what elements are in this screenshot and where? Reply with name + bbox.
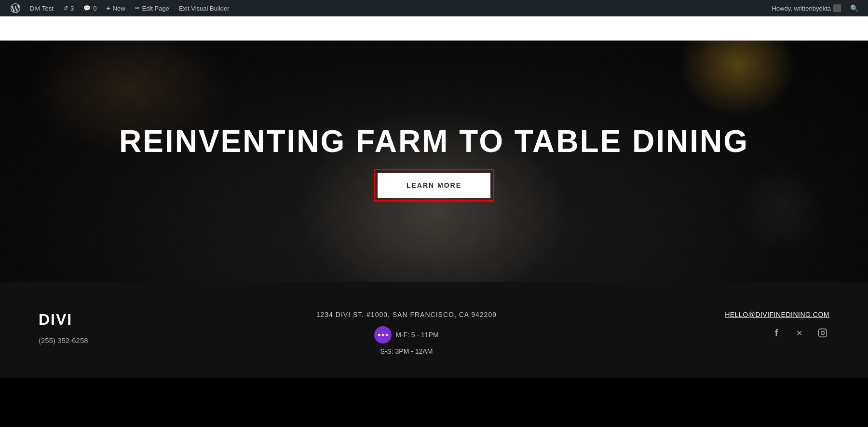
chat-widget-button[interactable] [374, 326, 392, 344]
chat-dots [378, 334, 388, 336]
footer-hours: M-F: 5 - 11PM S-S: 3PM - 12AM [374, 326, 438, 355]
exit-visual-builder-button[interactable]: Exit Visual Builder [174, 0, 234, 16]
adminbar-right-section: Howdy, writtenbyekta 🔍 [767, 0, 862, 16]
site-name-label: Divi Test [30, 5, 54, 12]
plus-icon: + [106, 4, 110, 12]
howdy-user-button[interactable]: Howdy, writtenbyekta [767, 0, 846, 16]
new-button[interactable]: + New [101, 0, 130, 16]
chat-dot-1 [378, 334, 380, 336]
revisions-count: 3 [70, 5, 74, 12]
hero-section: REINVENTING FARM TO TABLE DINING LEARN M… [0, 41, 868, 282]
footer-logo: DIVI [39, 311, 88, 329]
svg-point-1 [821, 331, 825, 335]
site-name-button[interactable]: Divi Test [25, 0, 58, 16]
facebook-icon[interactable]: f [770, 326, 783, 340]
chat-dot-2 [382, 334, 384, 336]
admin-search-button[interactable]: 🔍 [846, 0, 862, 16]
wordpress-icon [11, 3, 20, 13]
learn-more-button[interactable]: LEARN MORE [378, 173, 490, 198]
footer-hours-weekday: M-F: 5 - 11PM [374, 326, 438, 344]
edit-page-button[interactable]: ✏ Edit Page [130, 0, 174, 16]
revisions-icon: ↺ [63, 5, 68, 12]
hero-content: REINVENTING FARM TO TABLE DINING LEARN M… [119, 124, 749, 198]
footer-center-column: 1234 DIVI ST. #1000, SAN FRANCISCO, CA 9… [316, 311, 497, 355]
svg-rect-0 [819, 329, 827, 337]
search-icon: 🔍 [850, 4, 858, 12]
toolbar-white-bar [0, 16, 868, 41]
footer-hours-weekend: S-S: 3PM - 12AM [380, 347, 433, 355]
revisions-button[interactable]: ↺ 3 [58, 0, 79, 16]
user-avatar [833, 4, 841, 12]
admin-bar: Divi Test ↺ 3 💬 0 + New ✏ Edit Page Exit… [0, 0, 868, 16]
footer-section: DIVI (255) 352-6258 1234 DIVI ST. #1000,… [0, 282, 868, 378]
hours-weekday-text: M-F: 5 - 11PM [395, 331, 438, 339]
hero-button-wrapper: LEARN MORE [378, 173, 490, 198]
exit-builder-label: Exit Visual Builder [179, 5, 230, 12]
comments-icon: 💬 [83, 5, 91, 12]
hero-title: REINVENTING FARM TO TABLE DINING [119, 124, 749, 158]
footer-address: 1234 DIVI ST. #1000, SAN FRANCISCO, CA 9… [316, 311, 497, 318]
pencil-icon: ✏ [135, 5, 140, 12]
edit-page-label: Edit Page [142, 5, 169, 12]
footer-social-links: f ✕ [770, 326, 829, 340]
footer-right-column: HELLO@DIVIFINEDINING.COM f ✕ [725, 311, 829, 340]
comments-count: 0 [93, 5, 96, 12]
new-label: New [113, 5, 125, 12]
comments-button[interactable]: 💬 0 [79, 0, 101, 16]
footer-phone: (255) 352-6258 [39, 336, 88, 344]
footer-left-column: DIVI (255) 352-6258 [39, 311, 88, 344]
svg-point-2 [825, 331, 826, 331]
wordpress-logo-button[interactable] [6, 0, 25, 16]
twitter-x-icon[interactable]: ✕ [793, 326, 806, 340]
howdy-text: Howdy, writtenbyekta [772, 5, 831, 12]
chat-dot-3 [386, 334, 388, 336]
footer-email[interactable]: HELLO@DIVIFINEDINING.COM [725, 311, 829, 318]
hours-weekend-text: S-S: 3PM - 12AM [380, 347, 433, 355]
instagram-icon[interactable] [816, 326, 829, 340]
